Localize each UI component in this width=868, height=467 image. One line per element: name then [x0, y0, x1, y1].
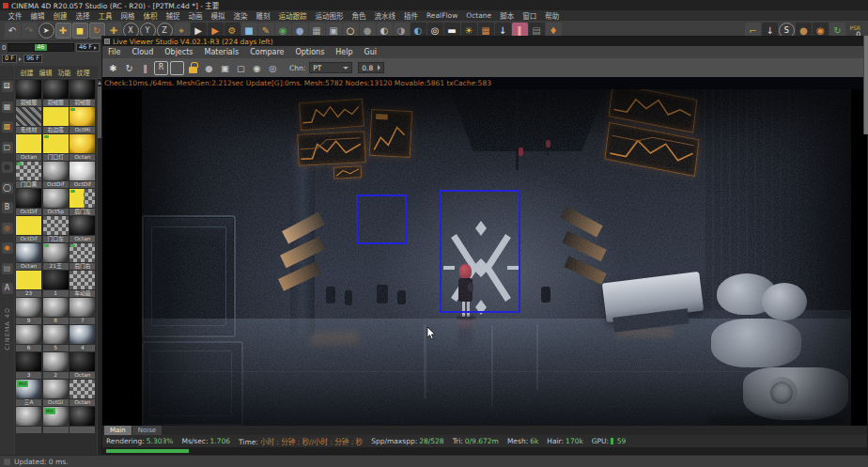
- timeline-slider[interactable]: 46: [8, 43, 73, 52]
- material-item[interactable]: OctMi: [70, 107, 95, 133]
- restart-render-icon[interactable]: ↻: [122, 61, 136, 75]
- live-viewer-menu-item[interactable]: Options: [289, 48, 330, 56]
- material-item[interactable]: 车动画: [70, 271, 95, 297]
- workplane-icon[interactable]: ◯: [2, 182, 13, 194]
- material-item[interactable]: 羽绒服: [43, 80, 69, 106]
- live-selection-icon[interactable]: ➤: [39, 23, 54, 39]
- live-viewer-menu-item[interactable]: Objects: [159, 48, 198, 56]
- channel-dropdown[interactable]: PT: [309, 62, 352, 73]
- settings-gear-icon[interactable]: [170, 61, 184, 75]
- menu-item[interactable]: 工具: [94, 10, 116, 21]
- selection-rect-large[interactable]: [440, 190, 520, 313]
- live-viewer-menu-item[interactable]: Gui: [359, 48, 383, 56]
- material-item[interactable]: 门口灯: [43, 134, 69, 161]
- material-item[interactable]: Octan: [70, 216, 95, 242]
- dice-icon[interactable]: ⚄: [2, 81, 13, 92]
- viewer-tab[interactable]: Noise: [132, 426, 162, 435]
- scale-tool-icon[interactable]: ◼: [72, 23, 88, 39]
- pick-focus-icon[interactable]: ◎: [266, 61, 280, 75]
- material-item[interactable]: OctDif: [16, 216, 41, 242]
- menu-item[interactable]: Octane: [462, 11, 496, 20]
- menu-item[interactable]: RealFlow: [423, 11, 462, 20]
- reset-render-icon[interactable]: R: [154, 61, 168, 75]
- material-item[interactable]: 后门右: [70, 243, 95, 270]
- current-frame-marker[interactable]: 46: [35, 44, 47, 51]
- live-viewer-menu-item[interactable]: Compare: [244, 48, 289, 56]
- region-render-icon[interactable]: ▣: [218, 61, 232, 75]
- render-viewport[interactable]: [102, 89, 867, 426]
- material-item[interactable]: Octan: [70, 352, 95, 379]
- a-plate-icon[interactable]: A: [2, 283, 13, 294]
- material-item[interactable]: Octan: [70, 380, 95, 406]
- material-item[interactable]: 23: [16, 271, 41, 297]
- orange-ring-icon[interactable]: ◎: [2, 223, 13, 234]
- texture-mode-icon[interactable]: ▦: [2, 101, 13, 113]
- menu-item[interactable]: 网格: [116, 10, 139, 21]
- b-tool-icon[interactable]: B: [2, 202, 13, 213]
- material-item[interactable]: 3: [16, 352, 41, 379]
- material-item[interactable]: [70, 407, 95, 433]
- material-item[interactable]: 羽绒服: [70, 80, 95, 106]
- material-menu-item[interactable]: 功能: [55, 68, 73, 77]
- live-viewer-menu-item[interactable]: Cloud: [126, 48, 159, 56]
- menu-item[interactable]: 脚本: [496, 10, 519, 21]
- material-item[interactable]: 5: [43, 325, 69, 351]
- range-arrow-icon[interactable]: [19, 57, 22, 61]
- menu-item[interactable]: 体积: [139, 10, 162, 21]
- pause-render-icon[interactable]: ‖: [138, 61, 152, 75]
- material-preview-icon[interactable]: ●: [202, 61, 216, 75]
- model-mode-icon[interactable]: ▢: [2, 142, 13, 153]
- material-item[interactable]: 右边底: [43, 107, 69, 133]
- material-item[interactable]: OctGl: [43, 380, 69, 406]
- material-item[interactable]: OctDif: [16, 189, 41, 215]
- material-item[interactable]: 6: [16, 325, 41, 351]
- material-item[interactable]: Octan: [70, 134, 95, 161]
- lock-resolution-icon[interactable]: [186, 61, 200, 75]
- octane-shutter-icon[interactable]: ✱: [106, 61, 120, 75]
- live-viewer-titlebar[interactable]: Live Viewer Studio V4.02.1-R3 (224 days …: [102, 37, 867, 46]
- material-item[interactable]: OctDif: [43, 162, 69, 188]
- material-item[interactable]: OctSp: [43, 189, 69, 215]
- menu-item[interactable]: 捕捉: [162, 10, 184, 21]
- docked-panel-sliver[interactable]: [863, 36, 868, 134]
- material-item[interactable]: 羽绒服: [16, 80, 41, 106]
- menu-item[interactable]: 流水线: [370, 10, 400, 21]
- menu-item[interactable]: 创建: [49, 10, 71, 21]
- range-start-field[interactable]: 0 F: [2, 54, 17, 63]
- material-menu-item[interactable]: 创建: [18, 68, 36, 77]
- undo-icon[interactable]: ↶: [5, 23, 21, 39]
- material-item[interactable]: 8: [43, 298, 69, 324]
- material-item[interactable]: 7: [70, 298, 95, 324]
- material-item[interactable]: 门口黑: [16, 162, 41, 188]
- material-item[interactable]: MIX: [43, 407, 69, 433]
- live-viewer-menu-item[interactable]: File: [102, 48, 126, 56]
- menu-item[interactable]: 动画: [184, 10, 207, 21]
- dark-sphere-icon[interactable]: ●: [2, 162, 13, 173]
- material-item[interactable]: 门口左: [43, 216, 69, 242]
- layer-icon[interactable]: ▤: [2, 263, 13, 274]
- end-frame-field[interactable]: 46 F: [76, 43, 100, 52]
- material-item[interactable]: Octan: [16, 243, 41, 270]
- menu-item[interactable]: 运动跟踪: [274, 10, 311, 21]
- material-menu-item[interactable]: 纹理: [74, 68, 92, 77]
- menu-item[interactable]: 编辑: [26, 10, 49, 21]
- selection-rect-small[interactable]: [356, 195, 407, 244]
- pick-material-icon[interactable]: ◉: [250, 61, 264, 75]
- orange-dot-icon[interactable]: ◉: [2, 242, 13, 254]
- menu-item[interactable]: 雕刻: [252, 10, 274, 21]
- live-viewer-menu-item[interactable]: Materials: [198, 48, 244, 56]
- menu-item[interactable]: 模拟: [207, 10, 229, 21]
- menu-item[interactable]: 角色: [348, 10, 370, 21]
- live-viewer-menu-item[interactable]: Help: [330, 48, 358, 56]
- material-item[interactable]: 1: [43, 271, 69, 297]
- menu-item[interactable]: 文件: [4, 10, 26, 21]
- strength-field[interactable]: 0.8: [358, 62, 384, 73]
- redo-icon[interactable]: ↷: [22, 23, 38, 39]
- menu-item[interactable]: 窗口: [519, 10, 541, 21]
- material-item[interactable]: 2: [43, 352, 69, 379]
- range-end-field[interactable]: 96 F: [23, 54, 42, 63]
- menu-item[interactable]: 运动图形: [311, 10, 348, 21]
- menu-item[interactable]: 渲染: [229, 10, 252, 21]
- waffle-icon[interactable]: ▩: [2, 121, 13, 132]
- material-item[interactable]: 21王: [43, 243, 69, 270]
